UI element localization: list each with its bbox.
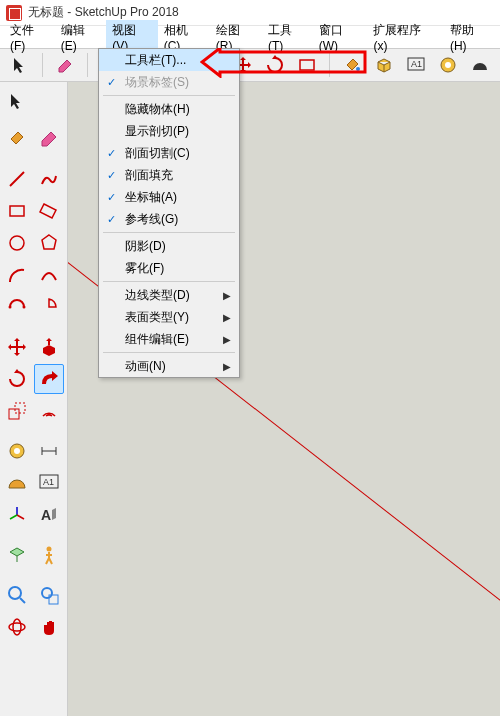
svg-point-29 bbox=[9, 587, 21, 599]
arc3-tool[interactable] bbox=[2, 292, 32, 322]
toolbar-separator bbox=[87, 53, 88, 77]
svg-point-17 bbox=[14, 448, 20, 454]
submenu-arrow-icon: ▶ bbox=[223, 312, 231, 323]
view-menu-dropdown: 工具栏(T)...✓场景标签(S)隐藏物体(H)显示剖切(P)✓剖面切割(C)✓… bbox=[98, 48, 240, 378]
svg-marker-11 bbox=[42, 235, 56, 249]
svg-line-30 bbox=[20, 598, 25, 603]
eraser-tool-icon[interactable] bbox=[53, 53, 77, 77]
rotated-rect-tool[interactable] bbox=[34, 196, 64, 226]
svg-text:A: A bbox=[41, 507, 51, 523]
menu-item[interactable]: 动画(N)▶ bbox=[99, 355, 239, 377]
menu-item-label: 动画(N) bbox=[125, 358, 166, 375]
menu-item-label: 坐标轴(A) bbox=[125, 189, 177, 206]
menubar: 文件(F)编辑(E)视图(V)相机(C)绘图(R)工具(T)窗口(W)扩展程序 … bbox=[0, 26, 500, 48]
protractor-tool[interactable] bbox=[2, 468, 32, 498]
svg-rect-15 bbox=[15, 403, 25, 413]
protractor-tool-icon[interactable] bbox=[468, 53, 492, 77]
arc-tool[interactable] bbox=[2, 260, 32, 290]
rectangle-tool[interactable] bbox=[2, 196, 32, 226]
select-tool[interactable] bbox=[2, 86, 32, 116]
svg-text:A1: A1 bbox=[43, 477, 54, 487]
menu-item[interactable]: 边线类型(D)▶ bbox=[99, 284, 239, 306]
text-tool-icon[interactable]: A1 bbox=[404, 53, 428, 77]
menu-item-label: 组件编辑(E) bbox=[125, 331, 189, 348]
submenu-arrow-icon: ▶ bbox=[223, 334, 231, 345]
line-tool[interactable] bbox=[2, 164, 32, 194]
svg-line-8 bbox=[10, 172, 24, 186]
menu-item[interactable]: ✓坐标轴(A) bbox=[99, 186, 239, 208]
menu-item[interactable]: ✓参考线(G) bbox=[99, 208, 239, 230]
menu-separator bbox=[103, 281, 235, 282]
menu-item-label: 剖面切割(C) bbox=[125, 145, 190, 162]
svg-point-31 bbox=[42, 588, 52, 598]
zoom-extents-tool[interactable] bbox=[34, 580, 64, 610]
svg-line-25 bbox=[10, 515, 17, 519]
axes-tool[interactable] bbox=[2, 500, 32, 530]
menu-item-label: 剖面填充 bbox=[125, 167, 173, 184]
tape-measure-tool[interactable] bbox=[2, 436, 32, 466]
menu-separator bbox=[103, 232, 235, 233]
menu-item[interactable]: 显示剖切(P) bbox=[99, 120, 239, 142]
menu-item[interactable]: ✓剖面填充 bbox=[99, 164, 239, 186]
annotation-arrow bbox=[200, 48, 370, 78]
push-pull-tool[interactable] bbox=[34, 332, 64, 362]
zoom-tool[interactable] bbox=[2, 580, 32, 610]
svg-point-12 bbox=[9, 306, 12, 309]
arc2-tool[interactable] bbox=[34, 260, 64, 290]
svg-rect-9 bbox=[10, 206, 24, 216]
menu-item-label: 隐藏物体(H) bbox=[125, 101, 190, 118]
tape-tool-icon[interactable] bbox=[436, 53, 460, 77]
orbit-tool[interactable] bbox=[2, 612, 32, 642]
menu-item[interactable]: 阴影(D) bbox=[99, 235, 239, 257]
check-icon: ✓ bbox=[107, 169, 116, 182]
menu-item[interactable]: ✓剖面切割(C) bbox=[99, 142, 239, 164]
offset-tool[interactable] bbox=[34, 396, 64, 426]
3dtext-tool[interactable]: A bbox=[34, 500, 64, 530]
menu-item-label: 边线类型(D) bbox=[125, 287, 190, 304]
menu-item-7[interactable]: 扩展程序 (x) bbox=[367, 20, 443, 55]
polygon-tool[interactable] bbox=[34, 228, 64, 258]
menu-item[interactable]: 表面类型(Y)▶ bbox=[99, 306, 239, 328]
select-tool-icon[interactable] bbox=[8, 53, 32, 77]
menu-item[interactable]: 雾化(F) bbox=[99, 257, 239, 279]
follow-me-tool[interactable] bbox=[34, 364, 64, 394]
submenu-arrow-icon: ▶ bbox=[223, 361, 231, 372]
menu-item[interactable]: 组件编辑(E)▶ bbox=[99, 328, 239, 350]
sketchup-logo-icon bbox=[6, 5, 22, 21]
menu-item-label: 显示剖切(P) bbox=[125, 123, 189, 140]
walk-tool[interactable] bbox=[34, 540, 64, 570]
menu-separator bbox=[103, 352, 235, 353]
scale-tool[interactable] bbox=[2, 396, 32, 426]
menu-item-0[interactable]: 文件(F) bbox=[4, 20, 55, 55]
pie-tool[interactable] bbox=[34, 292, 64, 322]
pan-tool[interactable] bbox=[34, 612, 64, 642]
svg-point-33 bbox=[9, 623, 25, 631]
check-icon: ✓ bbox=[107, 147, 116, 160]
svg-point-13 bbox=[23, 306, 26, 309]
svg-point-28 bbox=[47, 547, 52, 552]
menu-separator bbox=[103, 95, 235, 96]
svg-line-24 bbox=[17, 515, 24, 519]
menu-item-8[interactable]: 帮助(H) bbox=[444, 20, 496, 55]
menu-item-label: 雾化(F) bbox=[125, 260, 164, 277]
text-label-tool[interactable]: A1 bbox=[34, 468, 64, 498]
circle-tool[interactable] bbox=[2, 228, 32, 258]
move-tool[interactable] bbox=[2, 332, 32, 362]
rotate-tool[interactable] bbox=[2, 364, 32, 394]
svg-rect-14 bbox=[9, 409, 19, 419]
check-icon: ✓ bbox=[107, 191, 116, 204]
paint-tool[interactable] bbox=[2, 124, 32, 154]
eraser-tool[interactable] bbox=[34, 124, 64, 154]
svg-point-34 bbox=[13, 619, 21, 635]
box-tool-icon[interactable] bbox=[372, 53, 396, 77]
window-title: 无标题 - SketchUp Pro 2018 bbox=[28, 4, 179, 21]
menu-item[interactable]: 隐藏物体(H) bbox=[99, 98, 239, 120]
section-tool[interactable] bbox=[2, 540, 32, 570]
svg-point-10 bbox=[10, 236, 24, 250]
dimension-tool[interactable] bbox=[34, 436, 64, 466]
check-icon: ✓ bbox=[107, 76, 116, 89]
freehand-tool[interactable] bbox=[34, 164, 64, 194]
toolbar-separator bbox=[42, 53, 43, 77]
menu-item-label: 场景标签(S) bbox=[125, 74, 189, 91]
svg-point-7 bbox=[445, 62, 451, 68]
